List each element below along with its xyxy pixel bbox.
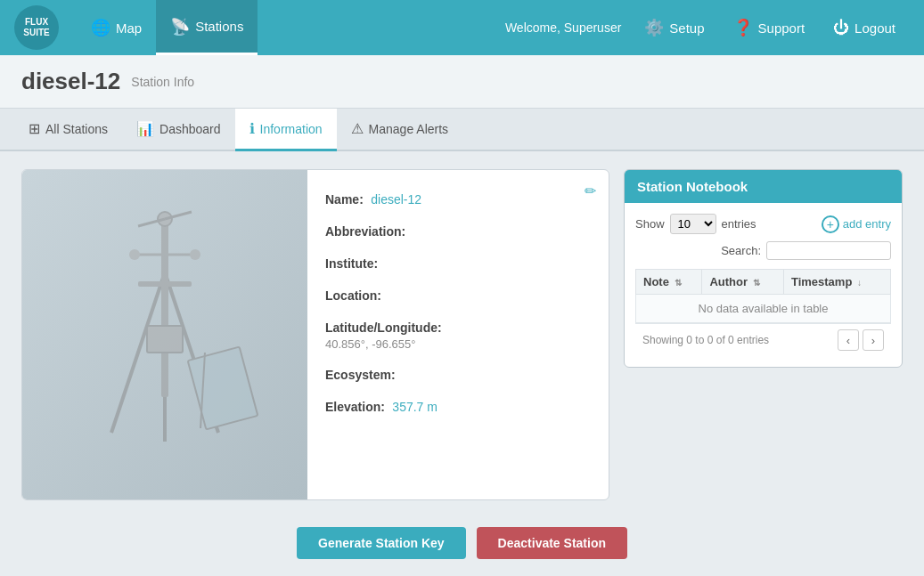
svg-point-9 [129, 249, 140, 260]
abbreviation-label: Abbreviation: [325, 224, 405, 239]
info-icon: ℹ [249, 120, 255, 137]
lat-lon-value: 40.856°, -96.655° [325, 337, 591, 351]
deactivate-station-button[interactable]: Deactivate Station [477, 527, 627, 559]
svg-point-10 [190, 249, 200, 260]
stations-icon: 📡 [170, 17, 190, 37]
station-details: ✏ Name: diesel-12 Abbreviation: Institut… [307, 170, 609, 499]
nav-setup[interactable]: ⚙️ Setup [630, 0, 718, 55]
grid-icon: ⊞ [29, 120, 40, 137]
tab-dashboard[interactable]: 📊 Dashboard [122, 109, 235, 151]
nav-logout[interactable]: ⏻ Logout [819, 0, 910, 55]
no-data-message: No data available in table [636, 295, 891, 323]
tab-all-stations[interactable]: ⊞ All Stations [14, 109, 122, 151]
col-header-note[interactable]: Note ⇅ [636, 270, 702, 295]
elevation-label: Elevation: [325, 400, 385, 414]
page-header: diesel-12 Station Info [0, 55, 924, 109]
pagination-buttons: ‹ › [838, 329, 884, 351]
col-header-author[interactable]: Author ⇅ [702, 270, 784, 295]
abbreviation-row: Abbreviation: [325, 223, 591, 239]
nav-stations[interactable]: 📡 Stations [156, 0, 258, 55]
add-entry-button[interactable]: + add entry [822, 215, 891, 233]
col-header-timestamp[interactable]: Timestamp ↓ [783, 270, 890, 295]
tab-manage-alerts[interactable]: ⚠ Manage Alerts [337, 109, 463, 151]
station-image [22, 170, 307, 499]
name-value: diesel-12 [371, 192, 421, 207]
notebook-footer: Showing 0 to 0 of 0 entries ‹ › [635, 323, 891, 356]
search-input[interactable] [766, 241, 891, 260]
sort-author-icon: ⇅ [753, 278, 760, 288]
welcome-text: Welcome, Superuser [505, 20, 621, 35]
svg-rect-13 [147, 326, 183, 353]
location-label: Location: [325, 288, 381, 303]
sort-note-icon: ⇅ [675, 278, 682, 288]
next-page-button[interactable]: › [863, 329, 884, 351]
dashboard-icon: 📊 [136, 120, 154, 137]
nav-support[interactable]: ❓ Support [719, 0, 820, 55]
notebook-table: Note ⇅ Author ⇅ Timestamp ↓ [635, 269, 891, 323]
page-title: diesel-12 [21, 68, 120, 95]
ecosystem-label: Ecosystem: [325, 368, 396, 382]
show-entries-group: Show 10 25 50 100 entries [635, 214, 756, 234]
logo[interactable]: FLUXSUITE [14, 5, 59, 50]
footer-showing-text: Showing 0 to 0 of 0 entries [642, 334, 769, 346]
gear-icon: ⚙️ [644, 18, 664, 37]
ecosystem-row: Ecosystem: [325, 367, 591, 383]
svg-rect-11 [188, 347, 258, 430]
map-icon: 🌐 [91, 18, 110, 37]
elevation-value: 357.7 m [392, 400, 437, 414]
top-navigation: FLUXSUITE 🌐 Map 📡 Stations Welcome, Supe… [0, 0, 924, 55]
lat-lon-row: Latitude/Longitude: 40.856°, -96.655° [325, 320, 591, 351]
entries-select[interactable]: 10 25 50 100 [670, 214, 716, 234]
lat-lon-label: Latitude/Longitude: [325, 320, 442, 335]
bottom-buttons: Generate Station Key Deactivate Station [0, 518, 924, 576]
search-row: Search: [635, 241, 891, 260]
logout-icon: ⏻ [833, 19, 849, 37]
sort-timestamp-icon: ↓ [857, 278, 862, 288]
location-row: Location: [325, 288, 591, 304]
institute-label: Institute: [325, 256, 378, 271]
page-subtitle: Station Info [131, 75, 194, 89]
elevation-row: Elevation: 357.7 m [325, 399, 591, 415]
notebook-header: Station Notebook [625, 170, 902, 203]
add-entry-icon: + [822, 215, 839, 233]
tab-information[interactable]: ℹ Information [235, 109, 337, 151]
support-icon: ❓ [733, 18, 753, 37]
no-data-row: No data available in table [636, 295, 891, 323]
station-notebook: Station Notebook Show 10 25 50 100 entri… [624, 169, 903, 368]
station-card: ✏ Name: diesel-12 Abbreviation: Institut… [21, 169, 609, 500]
alert-icon: ⚠ [351, 120, 364, 137]
svg-rect-14 [138, 281, 192, 287]
tab-bar: ⊞ All Stations 📊 Dashboard ℹ Information… [0, 109, 924, 151]
nav-map[interactable]: 🌐 Map [77, 0, 156, 55]
edit-icon[interactable]: ✏ [585, 183, 596, 199]
name-row: Name: diesel-12 [325, 191, 591, 207]
svg-rect-3 [161, 219, 168, 397]
institute-row: Institute: [325, 256, 591, 272]
generate-station-key-button[interactable]: Generate Station Key [297, 527, 466, 559]
main-content: ✏ Name: diesel-12 Abbreviation: Institut… [0, 151, 924, 518]
notebook-controls: Show 10 25 50 100 entries + add entry [635, 214, 891, 234]
name-label: Name: [325, 192, 364, 207]
logo-text: FLUXSUITE [23, 17, 49, 38]
prev-page-button[interactable]: ‹ [838, 329, 859, 351]
